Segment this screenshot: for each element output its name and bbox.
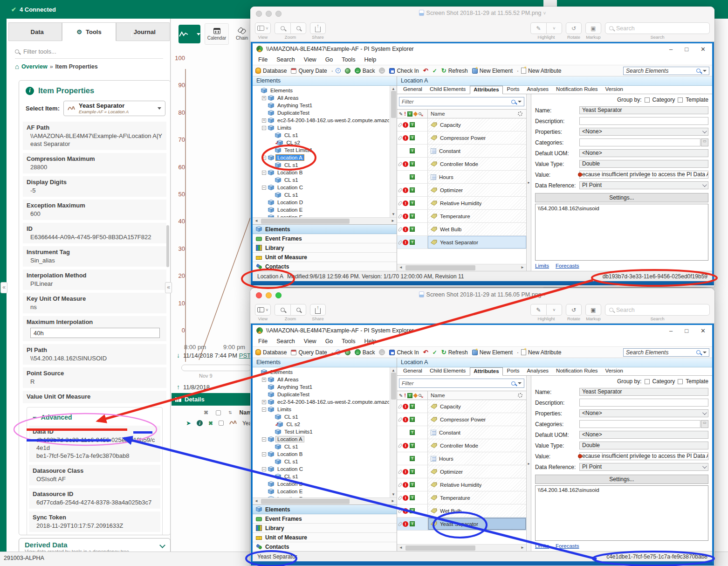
tree-item-location-e[interactable]: Location E (253, 206, 389, 214)
clock-button[interactable] (336, 350, 341, 355)
category-checkbox[interactable] (645, 379, 650, 384)
row-checkbox[interactable] (219, 421, 224, 426)
gear-icon[interactable] (518, 393, 522, 398)
timezone-button[interactable] (345, 350, 350, 355)
share-button[interactable] (310, 22, 326, 34)
tree-vertical-scrollbar[interactable]: ▲▼ (390, 86, 397, 217)
tree-item-test-limits1[interactable]: Test Limits1 (253, 428, 389, 435)
field-value[interactable]: ecause insufficient privilege to access … (579, 171, 708, 179)
tree-vertical-scrollbar[interactable]: ▲▼ (390, 367, 397, 497)
splitter-handle[interactable]: ▸ (527, 376, 531, 551)
field-value[interactable]: PI Point (579, 463, 708, 471)
search-input[interactable]: Search (605, 304, 710, 316)
tree-item-test-limits1[interactable]: Test Limits1 (253, 146, 389, 154)
home-icon[interactable]: ⌂ (15, 64, 19, 69)
settings-button[interactable]: Settings... (535, 193, 708, 202)
share-button[interactable] (310, 304, 326, 316)
attribute-row-capacity[interactable]: !TCapacity (397, 118, 526, 131)
tree-item-location-d[interactable]: Location D (253, 480, 389, 488)
expander-icon[interactable]: − (262, 467, 266, 471)
back-button[interactable]: ←Back (355, 68, 375, 74)
attribute-row-wet-bulb[interactable]: !TWet Bulb (397, 504, 526, 518)
tree-item-cl-s1[interactable]: CL s1 (253, 458, 389, 465)
tree-item-cl-s2[interactable]: ✓CL s2 (253, 139, 389, 146)
zoom-out-button[interactable] (275, 304, 290, 316)
attribute-row-compressor-power[interactable]: !TCompressor Power (397, 131, 526, 145)
tree-item-all-areas[interactable]: +All Areas (253, 94, 389, 102)
nav-library[interactable]: Library (253, 243, 397, 253)
field-value[interactable] (579, 138, 701, 146)
database-button[interactable]: Database (255, 349, 287, 356)
expander-icon[interactable]: − (262, 171, 266, 175)
close-button[interactable]: ✕ (701, 327, 706, 334)
nav-elements[interactable]: Elements (253, 505, 397, 514)
attribute-filter-input[interactable]: Filter (399, 379, 524, 388)
nav-event-frames[interactable]: Event Frames (253, 234, 397, 243)
tree-item-cl-s1[interactable]: CL s1 (253, 443, 389, 450)
tab-general[interactable]: General (400, 86, 426, 94)
menu-help[interactable]: Help (364, 56, 377, 63)
maximize-button[interactable]: □ (685, 46, 688, 53)
nav-elements[interactable]: Elements (253, 225, 397, 234)
attribute-row-optimizer[interactable]: !TOptimizer (397, 465, 526, 478)
zoom-in-button[interactable] (290, 304, 306, 316)
tree-item-location-e[interactable]: Location E (253, 488, 389, 495)
forward-button[interactable]: → (379, 349, 385, 355)
tree-item-duplicatetest[interactable]: DuplicateTest (253, 391, 389, 398)
search-elements-input[interactable]: Search Elements (623, 67, 709, 75)
title-caret-icon[interactable]: ˅ (543, 292, 546, 297)
attribute-row-capacity[interactable]: !TCapacity (397, 400, 526, 413)
rotate-button[interactable]: ↺ (566, 22, 582, 34)
tree-item-cl-s1[interactable]: CL s1 (253, 473, 389, 480)
tree-item-location-c[interactable]: −Location C (253, 465, 389, 473)
breadcrumb-overview[interactable]: Overview (21, 63, 48, 70)
tab-analyses[interactable]: Analyses (523, 86, 552, 94)
attribute-row-temperature[interactable]: !TTemperature (397, 491, 526, 504)
tab-tools[interactable]: ⚙Tools (62, 22, 116, 41)
tab-child-elements[interactable]: Child Elements (426, 367, 469, 375)
expander-icon[interactable]: + (262, 400, 266, 404)
field-value[interactable]: <None> (579, 431, 708, 439)
settings-button[interactable]: Settings... (535, 475, 708, 484)
tree-item-location-f[interactable]: Location F (253, 214, 389, 217)
attribute-row-controller-mode[interactable]: !TController Mode (397, 439, 526, 452)
menu-view[interactable]: View (304, 338, 316, 345)
expander-icon[interactable]: − (262, 437, 266, 442)
attribute-row-relative-humidity[interactable]: !TRelative Humidity (397, 197, 526, 210)
tree-item-duplicatetest[interactable]: DuplicateTest (253, 109, 389, 117)
expander-icon[interactable]: + (262, 118, 266, 123)
info-icon[interactable]: i (197, 420, 203, 426)
field-value[interactable] (579, 420, 701, 428)
pi-point-path[interactable]: \\54.200.148.162\sinusoid (535, 485, 708, 541)
markup-button[interactable]: ▣ (585, 304, 601, 316)
tree-item-cl-s1[interactable]: CL s1 (253, 413, 389, 421)
attribute-row-temperature[interactable]: !TTemperature (397, 210, 526, 223)
check-in-button[interactable]: Check In (389, 68, 419, 74)
forward-button[interactable]: → (379, 68, 385, 74)
expander-icon[interactable]: + (262, 378, 266, 382)
tab-attributes[interactable]: Attributes (470, 86, 502, 94)
tree-item-limits[interactable]: −Limits (253, 124, 389, 131)
attribute-row-controller-mode[interactable]: !TController Mode (397, 158, 526, 171)
chain-button[interactable]: Chain (231, 23, 253, 45)
nav-event-frames[interactable]: Event Frames (253, 514, 397, 524)
field-value[interactable] (579, 117, 708, 125)
tree-item-location-a[interactable]: −Location A (253, 435, 389, 443)
table-horizontal-scrollbar[interactable]: ◄► (397, 544, 526, 551)
search-elements-input[interactable]: Search Elements (623, 348, 709, 357)
highlight-button[interactable]: ✎ (530, 304, 546, 316)
attribute-row-hours[interactable]: !THours (397, 452, 526, 465)
tree-item-cl-s2[interactable]: ✓CL s2 (253, 421, 389, 428)
range-slider[interactable] (181, 365, 251, 371)
attribute-row-compressor-power[interactable]: !TCompressor Power (397, 413, 526, 426)
accept-button[interactable]: ✓ (433, 68, 437, 74)
highlight-dropdown[interactable]: ˅ (546, 22, 562, 34)
attribute-row-wet-bulb[interactable]: !TWet Bulb (397, 223, 526, 236)
pi-point-path[interactable]: \\54.200.148.162\sinusoid (535, 204, 708, 261)
tree-item-location-c[interactable]: −Location C (253, 184, 389, 191)
new-element-button[interactable]: New Element (472, 68, 513, 74)
tab-ports[interactable]: Ports (504, 86, 523, 94)
tree-item-location-b[interactable]: −Location B (253, 169, 389, 176)
attribute-row-constant[interactable]: !TConstant (397, 426, 526, 439)
nav-unit-of-measure[interactable]: Unit of Measure (253, 253, 397, 262)
